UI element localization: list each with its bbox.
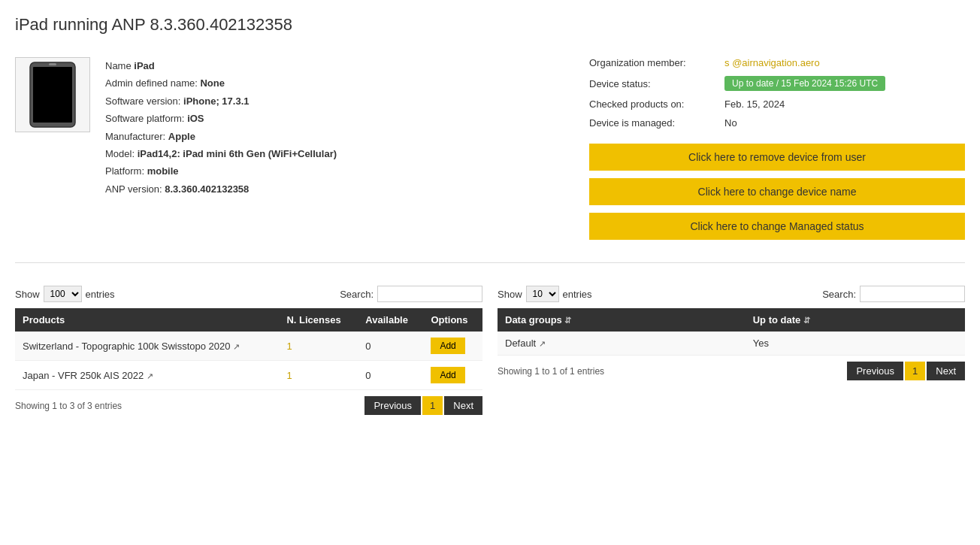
manufacturer-label: Manufacturer:	[105, 131, 165, 142]
data-groups-show-entries: Show 10 25 50 entries	[498, 286, 592, 302]
data-groups-search-input[interactable]	[860, 286, 965, 302]
product-option: Add	[423, 361, 482, 390]
products-entries-select[interactable]: 100 25 50	[44, 286, 82, 302]
device-name-label: Name	[105, 60, 132, 71]
manufacturer-row: Manufacturer: Apple	[105, 128, 337, 145]
product-name: Switzerland - Topographic 100k Swisstopo…	[15, 332, 279, 361]
device-managed-row: Device is managed: No	[589, 117, 965, 129]
software-platform-row: Software platform: iOS	[105, 110, 337, 127]
data-groups-search-label: Search:	[822, 289, 856, 300]
products-prev-button[interactable]: Previous	[364, 396, 421, 415]
ipad-svg	[26, 61, 79, 129]
products-showing-text: Showing 1 to 3 of 3 entries	[15, 401, 122, 411]
products-search-input[interactable]	[377, 286, 482, 302]
checked-products-row: Checked products on: Feb. 15, 2024	[589, 98, 965, 110]
group-uptodate: Yes	[746, 332, 965, 356]
products-table-container: Show 100 25 50 entries Search:	[15, 286, 482, 415]
change-managed-button[interactable]: Click here to change Managed status	[589, 213, 965, 240]
device-left: Name iPad Admin defined name: None Softw…	[15, 57, 567, 247]
anp-version-row: ANP version: 8.3.360.402132358	[105, 180, 337, 198]
products-entries-label: entries	[86, 289, 115, 300]
data-groups-page-num[interactable]: 1	[905, 362, 925, 380]
data-groups-table-controls: Show 10 25 50 entries Search:	[498, 286, 965, 302]
add-button[interactable]: Add	[431, 338, 464, 354]
org-member-label: Organization member:	[589, 57, 724, 68]
tables-section: Show 100 25 50 entries Search:	[15, 286, 965, 415]
org-member-user-link[interactable]: s	[724, 57, 730, 68]
data-groups-table-row: Default ↗ Yes	[498, 332, 965, 356]
platform-label: Platform:	[105, 165, 144, 177]
products-pagination: Showing 1 to 3 of 3 entries Previous 1 N…	[15, 396, 482, 415]
data-groups-next-button[interactable]: Next	[927, 362, 965, 380]
product-option: Add	[423, 332, 482, 361]
products-col-products: Products	[15, 308, 279, 332]
licenses-link[interactable]: 1	[286, 341, 292, 352]
change-name-button[interactable]: Click here to change device name	[589, 178, 965, 205]
products-header-row: Products N. Licenses Available Options	[15, 308, 482, 332]
product-licenses: 1	[279, 332, 358, 361]
software-version-row: Software version: iPhone; 17.3.1	[105, 92, 337, 110]
external-link-icon: ↗	[539, 339, 546, 348]
products-search-box: Search:	[340, 286, 482, 302]
products-table-controls: Show 100 25 50 entries Search:	[15, 286, 482, 302]
admin-name-row: Admin defined name: None	[105, 74, 337, 92]
checked-products-label: Checked products on:	[589, 98, 724, 110]
org-member-row: Organization member: s @airnavigation.ae…	[589, 57, 965, 68]
data-groups-pagination-btns: Previous 1 Next	[847, 362, 965, 380]
products-col-available: Available	[358, 308, 423, 332]
group-name: Default ↗	[498, 332, 746, 356]
anp-version-value: 8.3.360.402132358	[165, 183, 249, 195]
licenses-link[interactable]: 1	[286, 370, 292, 381]
anp-version-label: ANP version:	[105, 183, 162, 195]
data-groups-col-group: Data groups ⇵	[498, 308, 746, 332]
page-title: iPad running ANP 8.3.360.402132358	[15, 15, 965, 42]
products-table-row: Switzerland - Topographic 100k Swisstopo…	[15, 332, 482, 361]
device-details: Name iPad Admin defined name: None Softw…	[105, 57, 337, 247]
checked-products-value: Feb. 15, 2024	[724, 98, 785, 110]
software-version-label: Software version:	[105, 95, 180, 107]
data-groups-header-row: Data groups ⇵ Up to date ⇵	[498, 308, 965, 332]
products-show-label: Show	[15, 289, 40, 300]
data-groups-table: Data groups ⇵ Up to date ⇵ Default ↗ Yes	[498, 308, 965, 356]
data-groups-pagination: Showing 1 to 1 of 1 entries Previous 1 N…	[498, 362, 965, 380]
remove-device-button[interactable]: Click here to remove device from user	[589, 144, 965, 171]
data-groups-entries-select[interactable]: 10 25 50	[526, 286, 559, 302]
device-image	[15, 57, 90, 132]
product-licenses: 1	[279, 361, 358, 390]
device-info-section: Name iPad Admin defined name: None Softw…	[15, 57, 965, 263]
product-available: 0	[358, 361, 423, 390]
data-groups-show-label: Show	[498, 289, 522, 300]
products-table: Products N. Licenses Available Options S…	[15, 308, 482, 390]
software-platform-label: Software platform:	[105, 113, 185, 124]
products-show-entries: Show 100 25 50 entries	[15, 286, 115, 302]
data-groups-showing-text: Showing 1 to 1 of 1 entries	[498, 366, 604, 377]
products-next-button[interactable]: Next	[444, 396, 482, 415]
products-pagination-btns: Previous 1 Next	[364, 396, 482, 415]
device-name-row: Name iPad	[105, 57, 337, 74]
svg-rect-1	[33, 67, 72, 123]
device-status-label: Device status:	[589, 78, 724, 89]
products-table-row: Japan - VFR 250k AIS 2022 ↗ 1 0 Add	[15, 361, 482, 390]
platform-value: mobile	[147, 165, 179, 177]
data-groups-entries-label: entries	[563, 289, 592, 300]
model-row: Model: iPad14,2: iPad mini 6th Gen (WiFi…	[105, 145, 337, 162]
device-name-value: iPad	[134, 60, 154, 71]
platform-row: Platform: mobile	[105, 162, 337, 180]
action-buttons: Click here to remove device from user Cl…	[589, 144, 965, 240]
data-groups-col-uptodate: Up to date ⇵	[746, 308, 965, 332]
admin-name-value: None	[200, 77, 225, 89]
products-col-options: Options	[423, 308, 482, 332]
status-badge: Up to date / 15 Feb 2024 15:26 UTC	[724, 76, 885, 91]
org-member-email-link[interactable]: @airnavigation.aero	[732, 57, 820, 68]
add-button[interactable]: Add	[431, 367, 464, 383]
products-search-label: Search:	[340, 289, 374, 300]
data-groups-prev-button[interactable]: Previous	[847, 362, 903, 380]
products-page-num[interactable]: 1	[422, 396, 443, 415]
device-managed-value: No	[724, 117, 737, 129]
model-label: Model:	[105, 148, 135, 159]
external-link-icon: ↗	[147, 371, 153, 380]
product-name: Japan - VFR 250k AIS 2022 ↗	[15, 361, 279, 390]
model-value: iPad14,2: iPad mini 6th Gen (WiFi+Cellul…	[138, 148, 337, 159]
external-link-icon: ↗	[233, 342, 240, 351]
device-status-row: Device status: Up to date / 15 Feb 2024 …	[589, 76, 965, 91]
